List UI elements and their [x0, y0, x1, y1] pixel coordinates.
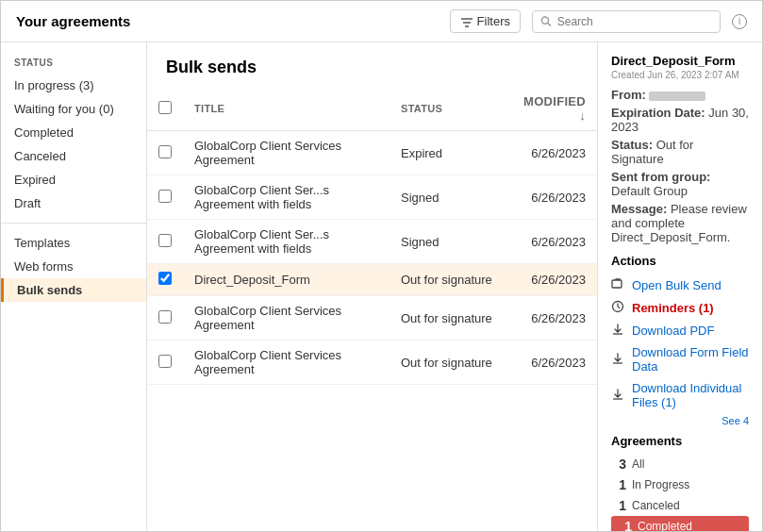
- agreement-count-2: 1: [611, 498, 626, 513]
- filter-button[interactable]: Filters: [450, 9, 521, 33]
- panel-status: Status: Out for Signature: [611, 138, 749, 166]
- search-icon: [540, 15, 552, 27]
- select-all-checkbox[interactable]: [158, 101, 172, 114]
- row-status-2: Signed: [390, 220, 512, 264]
- info-icon[interactable]: i: [732, 14, 747, 29]
- panel-message: Message: Please review and complete Dire…: [611, 202, 749, 244]
- actions-title: Actions: [611, 254, 749, 268]
- sidebar-item-completed[interactable]: Completed: [1, 121, 146, 144]
- app-title: Your agreements: [16, 13, 439, 29]
- sidebar-item-canceled[interactable]: Canceled: [1, 144, 146, 168]
- svg-point-3: [541, 17, 548, 24]
- content-area: Bulk sends TITLE STATUS MODIFIED ↓: [147, 42, 597, 531]
- row-checkbox-1[interactable]: [158, 190, 172, 203]
- action-download-pdf[interactable]: Download PDF: [611, 319, 749, 341]
- main-area: STATUS In progress (3) Waiting for you (…: [1, 42, 762, 531]
- row-status-1: Signed: [390, 175, 512, 220]
- page-title: Bulk sends: [166, 58, 578, 77]
- action-reminders[interactable]: Reminders (1): [611, 296, 749, 319]
- row-status-0: Expired: [390, 131, 512, 175]
- agreement-row-2[interactable]: 1 Canceled: [611, 495, 749, 516]
- action-label-open-bulk-send: Open Bulk Send: [632, 278, 722, 292]
- row-title-5: GlobalCorp Client Services Agreement: [183, 341, 390, 385]
- table-row[interactable]: GlobalCorp Client Ser...s Agreement with…: [147, 175, 597, 220]
- agreement-row-1[interactable]: 1 In Progress: [611, 474, 749, 495]
- row-title-3: Direct_Deposit_Form: [183, 264, 390, 296]
- table-row[interactable]: Direct_Deposit_Form Out for signature 6/…: [147, 264, 597, 296]
- agreement-count-1: 1: [611, 477, 626, 492]
- panel-sent-from: Sent from group: Default Group: [611, 170, 749, 198]
- see-all-link[interactable]: See 4: [611, 415, 749, 426]
- sidebar-item-in-progress[interactable]: In progress (3): [1, 74, 146, 97]
- sidebar-item-templates[interactable]: Templates: [1, 231, 146, 255]
- action-open-bulk-send[interactable]: Open Bulk Send: [611, 274, 749, 296]
- action-download-form-field-data[interactable]: Download Form Field Data: [611, 341, 749, 377]
- panel-subtitle: Created Jun 26, 2023 2:07 AM: [611, 70, 749, 80]
- sidebar-item-waiting-for-you[interactable]: Waiting for you (0): [1, 97, 146, 121]
- row-modified-4: 6/26/2023: [512, 296, 597, 341]
- panel-title: Direct_Deposit_Form: [611, 54, 749, 68]
- row-checkbox-2[interactable]: [158, 234, 172, 247]
- row-title-1: GlobalCorp Client Ser...s Agreement with…: [183, 175, 390, 220]
- agreements-title: Agreements: [611, 434, 749, 448]
- table-row[interactable]: GlobalCorp Client Services Agreement Out…: [147, 341, 597, 385]
- right-panel: Direct_Deposit_Form Created Jun 26, 2023…: [597, 42, 762, 531]
- row-title-2: GlobalCorp Client Ser...s Agreement with…: [183, 220, 390, 264]
- sort-icon: ↓: [579, 108, 586, 123]
- download-icon: [611, 323, 626, 338]
- agreement-count-0: 3: [611, 457, 626, 472]
- download-icon: [611, 388, 626, 403]
- sidebar-item-expired[interactable]: Expired: [1, 168, 146, 191]
- action-label-reminders: Reminders (1): [632, 301, 714, 315]
- sidebar-divider: [1, 223, 146, 224]
- action-label-download-form-field-data: Download Form Field Data: [632, 345, 749, 374]
- agreements-table: TITLE STATUS MODIFIED ↓ GlobalCorp Clien…: [147, 87, 597, 385]
- table-row[interactable]: GlobalCorp Client Ser...s Agreement with…: [147, 220, 597, 264]
- sidebar-item-web-forms[interactable]: Web forms: [1, 255, 146, 278]
- search-box[interactable]: [532, 10, 721, 33]
- col-status-header: STATUS: [390, 87, 512, 131]
- panel-from: From:: [611, 88, 749, 102]
- row-title-4: GlobalCorp Client Services Agreement: [183, 296, 390, 341]
- col-modified-header: MODIFIED ↓: [512, 87, 597, 131]
- table-row[interactable]: GlobalCorp Client Services Agreement Out…: [147, 296, 597, 341]
- row-modified-5: 6/26/2023: [512, 341, 597, 385]
- filter-icon: [460, 15, 473, 28]
- content-header: Bulk sends: [147, 42, 597, 87]
- clock-icon: [611, 300, 626, 315]
- agreement-count-3: 1: [617, 519, 632, 531]
- search-input[interactable]: [557, 15, 712, 28]
- top-bar: Your agreements Filters i: [1, 1, 762, 42]
- row-checkbox-4[interactable]: [158, 310, 172, 324]
- row-modified-0: 6/26/2023: [512, 131, 597, 175]
- panel-from-value: [649, 91, 705, 101]
- svg-line-4: [548, 23, 551, 25]
- agreement-row-0[interactable]: 3 All: [611, 454, 749, 474]
- main-window: Your agreements Filters i STATUS In prog…: [0, 0, 763, 532]
- row-checkbox-3[interactable]: [158, 272, 172, 285]
- row-modified-2: 6/26/2023: [512, 220, 597, 264]
- row-checkbox-5[interactable]: [158, 355, 172, 368]
- row-status-5: Out for signature: [390, 341, 512, 385]
- sidebar-item-bulk-sends[interactable]: Bulk sends: [1, 278, 146, 302]
- agreement-label-3: Completed: [638, 520, 692, 531]
- status-section-label: STATUS: [1, 54, 146, 74]
- row-modified-3: 6/26/2023: [512, 264, 597, 296]
- col-title-header: TITLE: [183, 87, 390, 131]
- action-download-individual-files[interactable]: Download Individual Files (1): [611, 377, 749, 413]
- table-row[interactable]: GlobalCorp Client Services Agreement Exp…: [147, 131, 597, 175]
- agreements-list: 3 All 1 In Progress 1 Canceled 1 Complet…: [611, 454, 749, 531]
- sidebar-item-draft[interactable]: Draft: [1, 191, 146, 215]
- row-modified-1: 6/26/2023: [512, 175, 597, 220]
- agreement-label-2: Canceled: [632, 499, 680, 512]
- actions-list: Open Bulk Send Reminders (1) Download PD…: [611, 274, 749, 413]
- sidebar: STATUS In progress (3) Waiting for you (…: [1, 42, 147, 531]
- action-label-download-individual-files: Download Individual Files (1): [632, 381, 749, 409]
- agreement-label-1: In Progress: [632, 478, 689, 491]
- download-icon: [611, 352, 626, 367]
- row-status-4: Out for signature: [390, 296, 512, 341]
- action-label-download-pdf: Download PDF: [632, 324, 714, 338]
- row-status-3: Out for signature: [390, 264, 512, 296]
- agreement-row-3[interactable]: 1 Completed: [611, 516, 749, 531]
- row-checkbox-0[interactable]: [158, 145, 172, 158]
